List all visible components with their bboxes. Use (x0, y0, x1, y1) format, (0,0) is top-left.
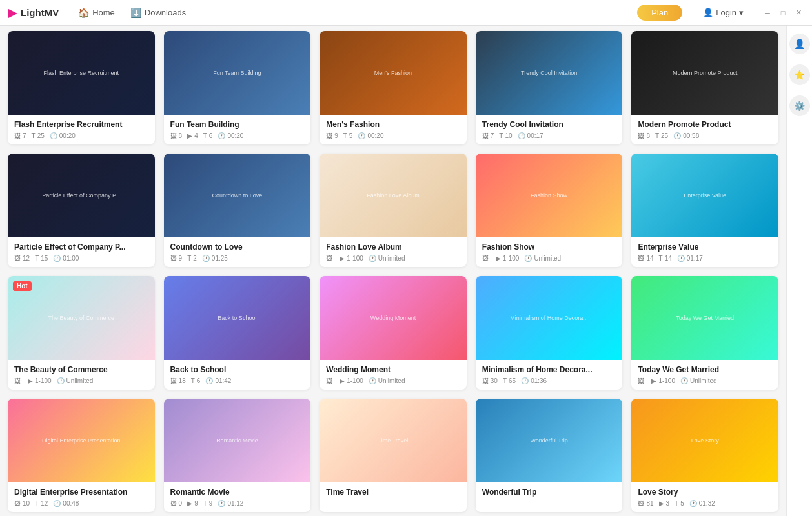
close-button[interactable]: ✕ (793, 7, 804, 19)
image-count: 🖼 (482, 255, 491, 262)
time-info: 🕐Unlimited (57, 377, 94, 384)
placeholder-meta: — (326, 500, 332, 507)
text-count: T15 (35, 255, 48, 262)
home-icon: 🏠 (78, 8, 89, 18)
nav-downloads-label: Downloads (145, 8, 186, 17)
card-title: Today We Get Married (638, 365, 772, 374)
text-count: T5 (343, 132, 353, 139)
card-info: Time Travel— (320, 482, 467, 512)
image-icon: 🖼 (14, 500, 21, 507)
template-card[interactable]: Modern Promote ProductModern Promote Pro… (631, 31, 778, 144)
template-card[interactable]: Today We Get MarriedToday We Get Married… (631, 276, 778, 390)
card-info: Back to School 🖼18 T6 🕐01:42 (164, 360, 311, 390)
card-info: Modern Promote Product 🖼8 T25 🕐00:58 (631, 115, 778, 144)
video-count: ▶1-100 (28, 377, 52, 384)
card-title: Fashion Show (482, 243, 616, 252)
card-title: Fashion Love Album (326, 243, 460, 252)
card-thumbnail: Romantic Movie (164, 399, 311, 482)
card-thumbnail: Back to School (164, 276, 311, 360)
card-meta: 🖼0 ▶9 T9 🕐01:12 (170, 500, 305, 507)
card-info: Romantic Movie 🖼0 ▶9 T9 🕐01:12 (164, 482, 311, 512)
login-label: Login (716, 8, 736, 17)
card-info: Trendy Cool Invitation 🖼7 T10 🕐00:17 (476, 115, 623, 144)
card-title: Romantic Movie (170, 488, 305, 497)
image-icon: 🖼 (170, 255, 177, 262)
nav-downloads[interactable]: ⬇️ Downloads (124, 5, 192, 21)
side-star-icon[interactable]: ⭐ (789, 64, 810, 85)
image-icon: 🖼 (14, 132, 21, 139)
template-card[interactable]: Fun Team BuildingFun Team Building 🖼8 ▶4… (164, 31, 311, 144)
time-info: 🕐01:36 (521, 377, 547, 384)
template-card[interactable]: Minimalism of Home Decora...Minimalism o… (476, 276, 623, 390)
video-icon: ▶ (340, 377, 345, 384)
template-card[interactable]: Fashion Love AlbumFashion Love Album 🖼 ▶… (320, 154, 467, 267)
template-card[interactable]: Wonderful TripWonderful Trip— (476, 399, 623, 512)
thumb-text: Men's Fashion (372, 67, 414, 79)
text-icon: T (203, 132, 207, 139)
template-card[interactable]: Time TravelTime Travel— (320, 399, 467, 512)
template-card[interactable]: Fashion ShowFashion Show 🖼 ▶1-100 🕐Unlim… (476, 154, 623, 267)
card-thumbnail: Enterprise Value (631, 154, 778, 237)
card-title: The Beauty of Commerce (14, 365, 148, 374)
video-icon: ▶ (659, 500, 664, 507)
login-button[interactable]: 👤 Login ▾ (695, 5, 751, 20)
image-count: 🖼8 (638, 132, 650, 139)
titlebar-right: 👤 Login ▾ ─ □ ✕ (695, 5, 804, 20)
thumb-text: Romantic Movie (214, 435, 261, 446)
card-info: Digital Enterprise Presentation 🖼10 T12 … (8, 482, 155, 512)
card-info: Fashion Love Album 🖼 ▶1-100 🕐Unlimited (320, 237, 467, 267)
text-icon: T (203, 500, 207, 507)
template-card[interactable]: Romantic MovieRomantic Movie 🖼0 ▶9 T9 🕐0… (164, 399, 311, 512)
minimize-button[interactable]: ─ (762, 7, 773, 19)
time-info: 🕐Unlimited (524, 255, 561, 262)
template-card[interactable]: Flash Enterprise RecruitmentFlash Enterp… (8, 31, 155, 144)
side-settings-icon[interactable]: ⚙️ (789, 95, 810, 116)
video-icon: ▶ (187, 500, 192, 507)
nav-home[interactable]: 🏠 Home (72, 5, 121, 21)
card-title: Fun Team Building (170, 120, 305, 129)
card-meta: 🖼18 T6 🕐01:42 (170, 377, 305, 384)
template-card[interactable]: Countdown to LoveCountdown to Love 🖼9 T2… (164, 154, 311, 267)
video-count: ▶9 (187, 500, 198, 507)
card-info: Fun Team Building 🖼8 ▶4 T6 🕐00:20 (164, 115, 311, 144)
image-count: 🖼81 (638, 500, 653, 507)
template-card[interactable]: Wedding MomentWedding Moment 🖼 ▶1-100 🕐U… (320, 276, 467, 390)
template-card[interactable]: The Beauty of CommerceHotThe Beauty of C… (8, 276, 155, 390)
clock-icon: 🕐 (358, 132, 365, 139)
maximize-button[interactable]: □ (777, 7, 789, 19)
template-card[interactable]: Back to SchoolBack to School 🖼18 T6 🕐01:… (164, 276, 311, 390)
side-user-icon[interactable]: 👤 (789, 34, 810, 54)
card-meta: 🖼10 T12 🕐00:48 (14, 500, 148, 507)
card-info: Flash Enterprise Recruitment 🖼7 T25 🕐00:… (8, 115, 155, 144)
clock-icon: 🕐 (57, 377, 65, 384)
video-count: ▶1-100 (340, 255, 363, 262)
thumb-text: Minimalism of Home Decora... (507, 312, 591, 324)
main-area: Flash Enterprise RecruitmentFlash Enterp… (0, 26, 812, 516)
thumb-text: Fashion Show (528, 190, 570, 201)
time-info: 🕐01:12 (218, 500, 243, 507)
card-title: Enterprise Value (638, 243, 772, 252)
template-card[interactable]: Digital Enterprise PresentationDigital E… (8, 399, 155, 512)
image-count: 🖼9 (170, 255, 183, 262)
template-card[interactable]: Particle Effect of Company P...Particle … (8, 154, 155, 267)
image-icon: 🖼 (482, 132, 489, 139)
template-card[interactable]: Love StoryLove Story 🖼81 ▶3 T5 🕐01:32 (631, 399, 778, 512)
template-card[interactable]: Trendy Cool InvitationTrendy Cool Invita… (476, 31, 623, 144)
thumb-text: Modern Promote Product (670, 67, 740, 79)
clock-icon: 🕐 (53, 500, 61, 507)
video-count: ▶3 (659, 500, 670, 507)
time-info: 🕐00:48 (53, 500, 79, 507)
login-user-icon: 👤 (703, 8, 713, 17)
image-count: 🖼7 (482, 132, 494, 139)
card-meta: 🖼7 T25 🕐00:20 (14, 132, 148, 139)
video-icon: ▶ (651, 377, 656, 384)
template-card[interactable]: Men's FashionMen's Fashion 🖼9 T5 🕐00:20 (320, 31, 467, 144)
time-info: 🕐01:00 (53, 255, 79, 262)
card-title: Minimalism of Home Decora... (482, 365, 616, 374)
text-icon: T (659, 255, 663, 262)
template-card[interactable]: Enterprise ValueEnterprise Value 🖼14 T14… (631, 154, 778, 267)
text-count: T5 (675, 500, 684, 507)
plan-button[interactable]: Plan (637, 5, 682, 21)
clock-icon: 🕐 (205, 377, 213, 384)
card-thumbnail: Fun Team Building (164, 31, 311, 115)
